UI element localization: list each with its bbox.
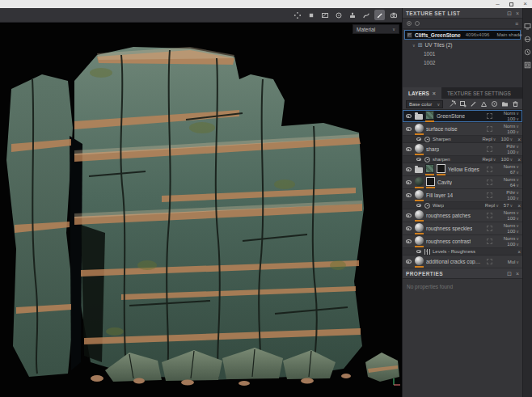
minimize-button[interactable]: – — [491, 0, 505, 8]
layer-thumbnail[interactable] — [415, 210, 424, 222]
add-effect-icon[interactable] — [490, 99, 498, 108]
list-options-icon[interactable]: ≡ — [515, 21, 518, 27]
assets-shelf-icon[interactable] — [524, 61, 531, 69]
tab-close-icon[interactable]: × — [433, 91, 436, 96]
tab-layers[interactable]: LAYERS × — [403, 87, 441, 99]
effect-row[interactable]: WarpRepl∨57∨× — [403, 202, 522, 209]
layer-row[interactable]: additional cracks copy 1Mul∨ — [403, 256, 522, 268]
add-smart-mask-icon[interactable] — [479, 99, 488, 108]
layer-row[interactable]: sharpPthr∨100∨ — [403, 143, 522, 156]
blend-mode-select[interactable]: Pthr∨ — [496, 190, 519, 195]
layer-row[interactable]: Yellow EdgesNorm∨67∨ — [403, 163, 522, 176]
symmetry-icon[interactable] — [292, 10, 302, 20]
layer-row[interactable]: surface noiseNorm∨100∨ — [403, 123, 522, 136]
layer-row[interactable]: Fill layer 14Pthr∨100∨ — [403, 189, 522, 202]
layer-visibility-toggle[interactable] — [404, 167, 412, 171]
layer-thumbnail[interactable] — [415, 256, 424, 268]
opacity-select[interactable]: 100∨ — [496, 196, 519, 201]
layer-row[interactable]: roughness contrastNorm∨100∨ — [403, 235, 522, 248]
layer-thumbnail[interactable] — [425, 111, 434, 122]
filter-all-icon[interactable] — [407, 21, 412, 26]
mask-thumbnail[interactable] — [426, 177, 435, 188]
paint-brush-icon[interactable] — [374, 10, 385, 20]
rock-mesh-render[interactable] — [0, 23, 402, 397]
layer-thumbnail[interactable] — [415, 124, 424, 135]
tab-texture-set-settings[interactable]: TEXTURE SET SETTINGS — [441, 87, 517, 99]
layer-visibility-toggle[interactable] — [404, 213, 412, 218]
layer-visibility-toggle[interactable] — [404, 114, 412, 118]
uv-tile-item[interactable]: 1002 — [403, 58, 522, 67]
effect-opacity-select[interactable]: 100∨ — [501, 157, 513, 162]
layer-visibility-toggle[interactable] — [416, 250, 422, 253]
layer-row[interactable]: CavityNorm∨64∨ — [403, 176, 522, 189]
close-panel-icon[interactable]: × — [516, 11, 519, 16]
stamp-icon[interactable] — [347, 10, 357, 20]
effect-opacity-select[interactable]: 57∨ — [504, 203, 513, 208]
texture-set-row[interactable]: Cliffs_GreenStone 4096x4096 Main shader — [404, 30, 521, 40]
layer-visibility-toggle[interactable] — [416, 158, 422, 161]
layer-visibility-toggle[interactable] — [404, 127, 412, 131]
layer-visibility-toggle[interactable] — [404, 260, 412, 264]
dock-panel-icon[interactable]: ⊡ — [507, 271, 512, 277]
delete-layer-icon[interactable] — [511, 99, 519, 108]
effect-row[interactable]: SharpenRepl∨100∨× — [403, 136, 522, 143]
remove-effect-button[interactable]: × — [517, 137, 521, 142]
opacity-select[interactable]: 100∨ — [496, 116, 519, 121]
layer-thumbnail[interactable] — [425, 164, 434, 175]
layer-thumbnail[interactable] — [415, 144, 424, 155]
add-fill-layer-icon[interactable] — [458, 99, 467, 108]
opacity-select[interactable]: 64∨ — [496, 183, 519, 188]
layer-thumbnail[interactable] — [415, 190, 424, 201]
blend-mode-select[interactable]: Norm∨ — [496, 177, 519, 182]
uv-tiles-row[interactable]: ∨ ⊞ UV Tiles (2) — [403, 40, 522, 49]
add-paint-layer-icon[interactable] — [469, 99, 477, 108]
layer-visibility-toggle[interactable] — [416, 137, 422, 141]
smudge-icon[interactable] — [361, 10, 371, 20]
effect-blend-select[interactable]: Repl∨ — [483, 157, 496, 162]
3d-viewport[interactable]: Material ∨ — [0, 23, 402, 397]
filter-visible-icon[interactable] — [415, 21, 420, 26]
layer-thumbnail[interactable] — [415, 223, 424, 234]
viewport-display-mode-dropdown[interactable]: Material ∨ — [353, 24, 399, 34]
blend-mode-select[interactable]: Norm∨ — [496, 164, 519, 169]
mask-thumbnail[interactable] — [437, 164, 445, 175]
quick-mask-icon[interactable] — [306, 10, 316, 20]
blend-mode-select[interactable]: Norm∨ — [496, 236, 519, 241]
remove-effect-button[interactable]: × — [517, 157, 521, 163]
camera-icon[interactable] — [388, 10, 399, 20]
layer-thumbnail[interactable] — [415, 236, 424, 247]
blend-mode-select[interactable]: Norm∨ — [496, 124, 519, 129]
close-button[interactable]: × — [518, 0, 532, 8]
effect-row[interactable]: sharpenRepl∨100∨× — [403, 156, 522, 163]
effect-blend-select[interactable]: Repl∨ — [483, 137, 496, 141]
blend-mode-select[interactable]: Norm∨ — [496, 210, 519, 215]
history-icon[interactable] — [524, 49, 531, 56]
close-panel-icon[interactable]: × — [516, 271, 519, 277]
layer-thumbnail[interactable] — [415, 177, 424, 188]
channel-filter-dropdown[interactable]: Base color ∨ — [406, 100, 443, 108]
layer-visibility-toggle[interactable] — [404, 226, 412, 230]
layer-row[interactable]: roughness patchesNorm∨100∨ — [403, 209, 522, 222]
layer-visibility-toggle[interactable] — [404, 147, 412, 151]
display-settings-icon[interactable] — [524, 23, 531, 30]
opacity-select[interactable]: 100∨ — [496, 229, 519, 234]
shader-settings-icon[interactable] — [524, 36, 531, 43]
blend-mode-select[interactable]: Mul∨ — [496, 260, 519, 264]
blend-mode-select[interactable]: Norm∨ — [496, 223, 519, 228]
effect-row[interactable]: Levels - Roughness× — [403, 248, 522, 256]
opacity-select[interactable]: 100∨ — [496, 216, 519, 221]
effect-blend-select[interactable]: Repl∨ — [485, 203, 499, 208]
remove-effect-button[interactable]: × — [517, 249, 521, 255]
blend-mode-select[interactable]: Norm∨ — [496, 111, 519, 116]
opacity-select[interactable]: 67∨ — [496, 170, 519, 175]
add-folder-icon[interactable] — [500, 99, 509, 108]
magic-wand-icon[interactable] — [448, 99, 456, 108]
blend-mode-select[interactable]: Pthr∨ — [496, 144, 519, 149]
effect-opacity-select[interactable]: 100∨ — [501, 137, 513, 141]
opacity-select[interactable]: 100∨ — [496, 129, 519, 134]
clone-stamp-icon[interactable] — [333, 10, 344, 20]
layer-visibility-toggle[interactable] — [404, 239, 412, 243]
layer-row[interactable]: roughness specklesNorm∨100∨ — [403, 222, 522, 235]
layer-row[interactable]: GreenStoneNorm∨100∨ — [403, 110, 522, 123]
projection-icon[interactable] — [319, 10, 330, 20]
